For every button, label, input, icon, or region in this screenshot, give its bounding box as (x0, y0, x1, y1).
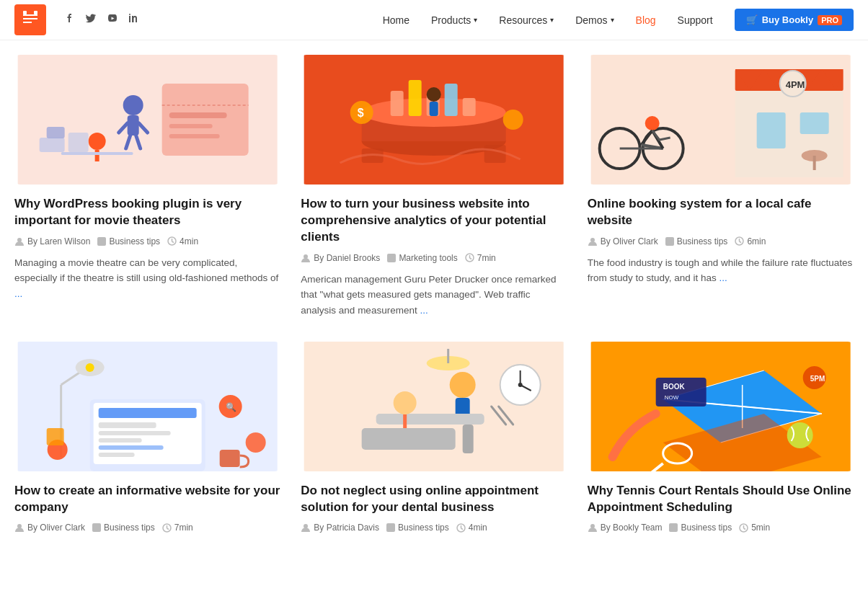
svg-rect-11 (169, 134, 220, 138)
card-author-6: By Bookly Team (588, 523, 663, 533)
twitter-icon[interactable] (85, 13, 97, 27)
blog-card-6[interactable]: BOOK NOW 5PM Why Tennis Court Rentals Sh… (588, 342, 854, 542)
svg-rect-65 (812, 156, 815, 170)
products-chevron: ▾ (474, 16, 477, 24)
svg-rect-25 (97, 237, 106, 246)
svg-line-137 (744, 528, 746, 530)
svg-rect-46 (387, 254, 396, 262)
main-header: Home Products ▾ Resources ▾ Demos ▾ Blog… (0, 0, 868, 40)
svg-rect-4 (23, 11, 27, 14)
demos-chevron: ▾ (611, 16, 614, 24)
nav-demos[interactable]: Demos ▾ (567, 10, 622, 30)
svg-rect-89 (220, 450, 240, 467)
facebook-icon[interactable] (63, 13, 75, 27)
svg-rect-113 (386, 523, 395, 532)
nav-products[interactable]: Products ▾ (422, 10, 486, 30)
tag-icon (386, 523, 395, 532)
svg-rect-134 (669, 523, 678, 532)
svg-point-75 (86, 363, 94, 372)
svg-text:4PM: 4PM (785, 79, 805, 90)
svg-point-38 (427, 87, 441, 102)
logo-box (14, 4, 46, 35)
card-excerpt-1: Managing a movie theatre can be very com… (14, 255, 280, 302)
svg-rect-101 (362, 428, 456, 450)
person-icon (301, 253, 311, 263)
linkedin-icon[interactable] (128, 13, 140, 27)
card-image-4: 🔍 (14, 342, 280, 471)
blog-card-1[interactable]: Why WordPress booking plugin is very imp… (14, 55, 280, 319)
read-more-${card.id}[interactable]: ... (14, 288, 22, 299)
nav-support[interactable]: Support (669, 10, 722, 30)
svg-rect-79 (99, 408, 197, 418)
svg-rect-20 (40, 138, 65, 152)
svg-rect-9 (169, 112, 227, 118)
svg-rect-81 (99, 431, 171, 435)
card-excerpt-3: The food industry is tough and while the… (588, 255, 854, 286)
person-icon (14, 523, 25, 533)
svg-rect-39 (430, 102, 438, 116)
svg-rect-44 (484, 145, 506, 163)
card-title-3: Online booking system for a local cafe w… (588, 196, 854, 229)
card-title-1: Why WordPress booking plugin is very imp… (14, 196, 280, 229)
card-author-2: By Daniel Brooks (301, 253, 380, 263)
nav-resources[interactable]: Resources ▾ (490, 10, 562, 30)
card-category-5: Business tips (386, 523, 449, 533)
svg-rect-82 (99, 438, 142, 443)
svg-line-95 (167, 528, 169, 530)
svg-rect-13 (95, 150, 99, 161)
youtube-icon[interactable] (107, 13, 118, 27)
svg-rect-23 (61, 152, 133, 155)
blog-grid: Why WordPress booking plugin is very imp… (14, 55, 854, 541)
clock-icon (167, 236, 177, 246)
card-readtime-3: 6min (735, 236, 766, 246)
card-author-5: By Patricia Davis (301, 523, 379, 533)
svg-rect-15 (128, 115, 139, 135)
card-readtime-5: 4min (456, 523, 487, 533)
svg-rect-7 (162, 84, 249, 156)
card-image-3: 4PM (588, 55, 854, 185)
card-meta-1: By Laren Wilson Business tips 4min (14, 236, 280, 246)
svg-text:$: $ (358, 107, 364, 119)
svg-rect-2 (23, 18, 37, 19)
svg-rect-10 (169, 124, 213, 128)
svg-line-49 (469, 258, 471, 259)
card-excerpt-2: American management Guru Peter Drucker o… (301, 272, 567, 319)
svg-rect-125 (655, 378, 706, 406)
clock-icon (162, 523, 172, 533)
nav-home[interactable]: Home (374, 10, 418, 30)
svg-line-28 (172, 241, 174, 243)
person-icon (588, 236, 598, 246)
svg-rect-83 (99, 445, 164, 450)
svg-rect-5 (34, 11, 37, 14)
blog-card-5[interactable]: Do not neglect using online appointment … (301, 342, 567, 542)
svg-point-88 (246, 432, 266, 453)
svg-rect-54 (800, 112, 828, 134)
resources-chevron: ▾ (550, 16, 554, 24)
svg-rect-3 (23, 22, 32, 23)
card-author-4: By Oliver Clark (14, 523, 85, 533)
card-image-6: BOOK NOW 5PM (588, 342, 854, 471)
tag-icon (92, 523, 101, 532)
svg-rect-84 (99, 453, 135, 457)
clock-icon (735, 236, 744, 246)
svg-rect-92 (92, 523, 101, 532)
card-image-2: $ (301, 55, 567, 185)
logo[interactable] (14, 4, 46, 35)
svg-point-97 (450, 372, 476, 398)
buy-bookly-button[interactable]: 🛒 Buy Bookly PRO (735, 9, 854, 31)
blog-card-3[interactable]: 4PM Online booking system for a local ca… (588, 55, 854, 319)
svg-point-14 (123, 95, 143, 115)
read-more-${card.id}[interactable]: ... (420, 305, 428, 316)
card-category-2: Marketing tools (387, 253, 457, 263)
blog-card-4[interactable]: 🔍 How to create an informative website f… (14, 342, 280, 542)
blog-card-2[interactable]: $ How to turn your business website into… (301, 55, 567, 319)
svg-point-42 (503, 110, 523, 130)
tag-icon (669, 523, 678, 532)
nav-blog[interactable]: Blog (627, 10, 665, 30)
card-readtime-1: 4min (167, 236, 198, 246)
read-more-${card.id}[interactable]: ... (719, 272, 727, 283)
card-title-6: Why Tennis Court Rentals Should Use Onli… (588, 483, 854, 516)
svg-text:5PM: 5PM (810, 375, 825, 383)
card-author-1: By Laren Wilson (14, 236, 90, 246)
clock-icon (465, 253, 474, 262)
